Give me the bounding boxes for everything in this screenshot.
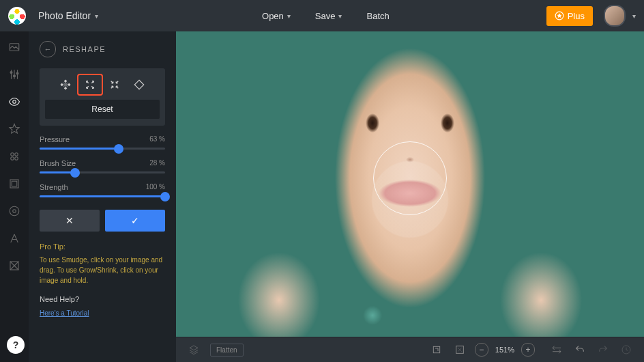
brush-size-slider[interactable]: Brush Size28 % — [40, 159, 165, 173]
top-bar: Photo Editor▾ Open▾ Save▾ Batch Plus ▾ — [0, 0, 644, 31]
chevron-down-icon: ▾ — [338, 12, 342, 20]
open-menu[interactable]: Open▾ — [252, 5, 300, 27]
image-viewport[interactable] — [176, 31, 644, 337]
star-icon — [555, 11, 564, 20]
retouch-tool-icon[interactable] — [8, 96, 20, 108]
batch-button[interactable]: Batch — [357, 5, 398, 27]
portrait-image — [176, 31, 644, 337]
app-logo-icon — [8, 7, 26, 25]
smudge-tool[interactable] — [54, 75, 77, 94]
svg-point-3 — [14, 75, 16, 77]
back-button[interactable]: ← — [40, 41, 56, 57]
bottom-bar: Flatten − 151% + — [176, 337, 644, 362]
zoom-out-button[interactable]: − — [475, 343, 488, 357]
layers-icon[interactable] — [186, 342, 202, 358]
plus-upgrade-button[interactable]: Plus — [546, 6, 593, 26]
help-title: Need Help? — [40, 295, 165, 303]
reshape-panel: ← RESHAPE Reset Pressure63 % Brush Size2… — [29, 31, 176, 362]
erase-tool[interactable] — [128, 75, 151, 94]
reset-button[interactable]: Reset — [45, 100, 160, 119]
zoom-in-button[interactable]: + — [521, 343, 535, 357]
svg-point-6 — [11, 153, 14, 156]
adjust-tool-icon[interactable] — [8, 68, 20, 81]
tool-rail — [0, 31, 29, 362]
effects-tool-icon[interactable] — [8, 150, 20, 163]
fit-icon[interactable] — [452, 342, 468, 358]
history-icon[interactable] — [618, 342, 634, 358]
svg-point-2 — [10, 72, 12, 74]
chevron-down-icon: ▾ — [632, 12, 636, 20]
apply-button[interactable]: ✓ — [105, 210, 165, 232]
image-tool-icon[interactable] — [8, 41, 20, 53]
text-tool-icon[interactable] — [8, 232, 20, 245]
help-fab[interactable]: ? — [7, 336, 25, 354]
grow-tool[interactable] — [78, 75, 102, 94]
strength-slider[interactable]: Strength100 % — [40, 183, 165, 197]
cancel-button[interactable]: ✕ — [40, 210, 100, 232]
zoom-level: 151% — [495, 346, 514, 354]
svg-point-7 — [15, 153, 18, 156]
graphics-tool-icon[interactable] — [8, 205, 20, 217]
chevron-down-icon: ▾ — [287, 12, 291, 20]
texture-tool-icon[interactable] — [8, 260, 20, 272]
shrink-tool[interactable] — [103, 75, 126, 94]
pro-tip-title: Pro Tip: — [40, 242, 165, 251]
svg-point-13 — [13, 210, 16, 213]
panel-title: RESHAPE — [63, 45, 106, 53]
save-menu[interactable]: Save▾ — [306, 5, 352, 27]
pro-tip-body: To use Smudge, click on your image and d… — [40, 255, 165, 286]
frame-tool-icon[interactable] — [8, 178, 20, 190]
user-avatar[interactable] — [604, 5, 626, 27]
chevron-down-icon: ▾ — [95, 12, 98, 20]
app-switcher[interactable]: Photo Editor▾ — [31, 6, 105, 25]
svg-point-9 — [15, 157, 18, 161]
undo-icon[interactable] — [572, 342, 588, 358]
svg-point-4 — [16, 72, 18, 74]
svg-rect-11 — [12, 181, 17, 186]
tutorial-link[interactable]: Here's a Tutorial — [40, 309, 89, 317]
flatten-button[interactable]: Flatten — [210, 344, 244, 357]
svg-point-5 — [13, 100, 16, 104]
svg-point-8 — [11, 157, 14, 161]
svg-rect-15 — [433, 346, 439, 352]
svg-point-12 — [10, 206, 19, 216]
crop-icon[interactable] — [428, 342, 445, 358]
favorites-tool-icon[interactable] — [8, 123, 20, 135]
pressure-slider[interactable]: Pressure63 % — [40, 135, 165, 150]
canvas-area: Flatten − 151% + — [176, 31, 644, 362]
compare-icon[interactable] — [548, 342, 565, 358]
redo-icon[interactable] — [595, 342, 611, 358]
